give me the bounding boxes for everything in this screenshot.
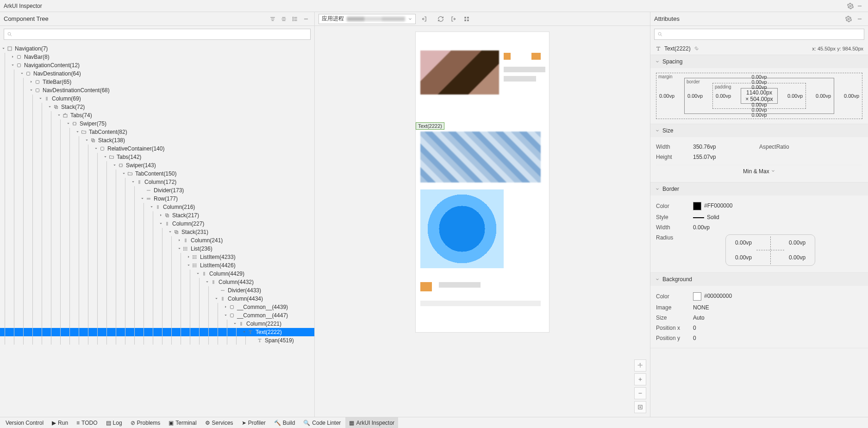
tree-node[interactable]: RelativeContainer(140): [0, 145, 314, 153]
tree-twisty[interactable]: [176, 237, 182, 244]
tree-node[interactable]: Column(216): [0, 203, 314, 211]
tree-twisty[interactable]: [37, 95, 44, 102]
tree-twisty[interactable]: [120, 170, 127, 177]
tree-node[interactable]: Text(2222): [0, 328, 314, 336]
bottom-tab-services[interactable]: ⚙Services: [201, 417, 237, 428]
exit-icon[interactable]: [419, 14, 429, 24]
process-select[interactable]: 应用进程: [318, 14, 416, 24]
tree-twisty[interactable]: [9, 62, 16, 69]
tree-twisty[interactable]: [93, 145, 99, 152]
settings-icon[interactable]: [846, 1, 855, 11]
tree-twisty[interactable]: [194, 271, 201, 277]
bottom-tab-build[interactable]: 🔨Build: [270, 417, 299, 428]
attr-search[interactable]: [654, 29, 864, 40]
attr-settings-icon[interactable]: [844, 14, 853, 24]
tree-node[interactable]: Navigation(7): [0, 44, 314, 53]
tree-twisty[interactable]: [102, 154, 108, 160]
tree-node[interactable]: Row(177): [0, 195, 314, 203]
tree-node[interactable]: Tabs(142): [0, 153, 314, 161]
tree-twisty[interactable]: [19, 70, 25, 77]
tree-node[interactable]: NavDestination(64): [0, 69, 314, 78]
tree-node[interactable]: Stack(217): [0, 211, 314, 220]
tree-minimize-icon[interactable]: [301, 14, 311, 24]
tree-twisty[interactable]: [222, 312, 229, 319]
tree-twisty[interactable]: [139, 195, 145, 202]
tree-list-icon[interactable]: [290, 14, 300, 24]
tree-twisty[interactable]: [148, 204, 155, 210]
bottom-tab-terminal[interactable]: ▣Terminal: [165, 417, 200, 428]
tree-twisty[interactable]: [83, 137, 90, 144]
zoom-in-icon[interactable]: [634, 373, 646, 385]
tree-node[interactable]: Column(4429): [0, 270, 314, 278]
tree-node[interactable]: Column(241): [0, 236, 314, 245]
tree-node[interactable]: TabContent(82): [0, 128, 314, 136]
section-size-header[interactable]: Size: [650, 124, 868, 137]
tree-node[interactable]: Stack(231): [0, 228, 314, 236]
bottom-tab-arkui-inspector[interactable]: ▦ArkUI Inspector: [345, 417, 398, 428]
bg-color-swatch[interactable]: [693, 292, 701, 301]
tree-twisty[interactable]: [167, 229, 173, 235]
tree-twisty[interactable]: [222, 304, 229, 310]
tree-twisty[interactable]: [74, 129, 81, 135]
grid-icon[interactable]: [462, 14, 471, 24]
tree-node[interactable]: List(236): [0, 245, 314, 253]
component-tree[interactable]: Navigation(7)NavBar(8)NavigationContent(…: [0, 43, 314, 346]
tree-twisty[interactable]: [204, 279, 210, 285]
attr-search-input[interactable]: [666, 30, 861, 39]
section-background-header[interactable]: Background: [650, 273, 868, 286]
tree-node[interactable]: Column(227): [0, 220, 314, 228]
tree-twisty[interactable]: [231, 321, 238, 327]
export-icon[interactable]: [449, 14, 458, 24]
tree-node[interactable]: Swiper(143): [0, 161, 314, 170]
tree-search-input[interactable]: [15, 30, 307, 39]
tree-align-icon[interactable]: [279, 14, 288, 24]
border-color-swatch[interactable]: [693, 202, 701, 210]
tree-twisty[interactable]: [56, 112, 62, 119]
bottom-tab-log[interactable]: ▤Log: [102, 417, 126, 428]
bottom-tab-problems[interactable]: ⊘Problems: [127, 417, 164, 428]
tree-twisty[interactable]: [241, 329, 247, 335]
tree-node[interactable]: Column(69): [0, 94, 314, 103]
tree-node[interactable]: __Common__(4439): [0, 303, 314, 311]
tree-node[interactable]: TitleBar(65): [0, 78, 314, 86]
tree-twisty[interactable]: [176, 245, 182, 252]
tree-node[interactable]: Span(4519): [0, 336, 314, 345]
tree-twisty[interactable]: [0, 45, 6, 52]
tree-node[interactable]: Column(172): [0, 178, 314, 186]
tree-node[interactable]: TabContent(150): [0, 170, 314, 178]
tree-twisty[interactable]: [65, 120, 71, 127]
tree-node[interactable]: ListItem(4426): [0, 261, 314, 270]
pan-icon[interactable]: [634, 359, 646, 371]
tree-node[interactable]: Tabs(74): [0, 111, 314, 120]
tree-twisty[interactable]: [157, 220, 164, 227]
tree-node[interactable]: Column(2221): [0, 320, 314, 328]
tree-node[interactable]: NavDestinationContent(68): [0, 86, 314, 94]
section-spacing-header[interactable]: Spacing: [650, 55, 868, 68]
tree-node[interactable]: Divider(4433): [0, 286, 314, 295]
tree-search[interactable]: [4, 29, 311, 40]
minimize-icon[interactable]: [855, 1, 864, 11]
tree-twisty[interactable]: [157, 212, 164, 219]
tree-twisty[interactable]: [185, 254, 192, 260]
tree-node[interactable]: Column(4434): [0, 295, 314, 303]
bottom-tab-version-control[interactable]: Version Control: [2, 417, 47, 428]
tree-node[interactable]: Swiper(75): [0, 120, 314, 128]
tree-node[interactable]: NavBar(8): [0, 53, 314, 61]
zoom-fit-icon[interactable]: [634, 401, 646, 413]
tree-node[interactable]: Divider(173): [0, 186, 314, 195]
tree-node[interactable]: ListItem(4233): [0, 253, 314, 261]
tree-twisty[interactable]: [185, 262, 192, 269]
bottom-tab-todo[interactable]: ≡TODO: [73, 417, 101, 428]
tree-twisty[interactable]: [46, 104, 53, 110]
tree-twisty[interactable]: [9, 54, 16, 60]
link-icon[interactable]: [693, 46, 699, 51]
tree-twisty[interactable]: [213, 296, 219, 302]
tree-twisty[interactable]: [130, 179, 136, 185]
tree-node[interactable]: __Common__(4447): [0, 311, 314, 320]
minmax-toggle[interactable]: Min & Max: [656, 165, 862, 177]
tree-twisty[interactable]: [111, 162, 118, 169]
attr-minimize-icon[interactable]: [855, 14, 864, 24]
section-border-header[interactable]: Border: [650, 183, 868, 195]
bottom-tab-run[interactable]: ▶Run: [48, 417, 72, 428]
device-preview[interactable]: Text(2222): [415, 31, 550, 333]
